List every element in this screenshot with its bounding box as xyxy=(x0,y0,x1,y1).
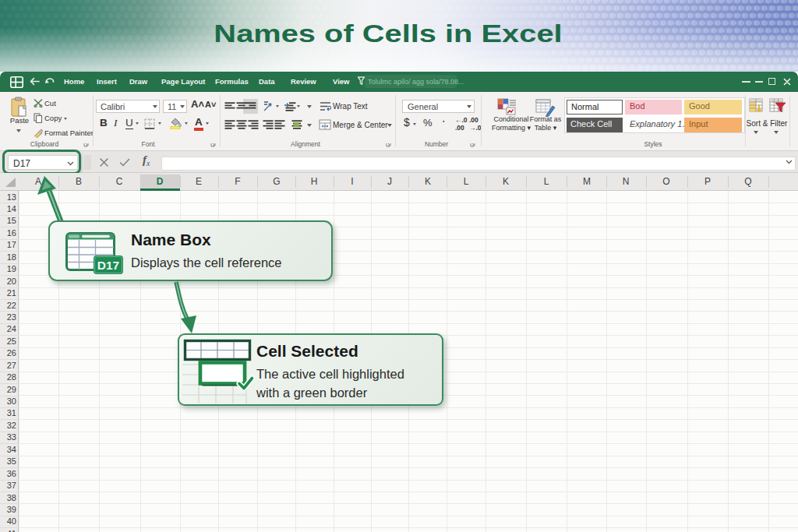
svg-text:D17: D17 xyxy=(97,259,119,272)
